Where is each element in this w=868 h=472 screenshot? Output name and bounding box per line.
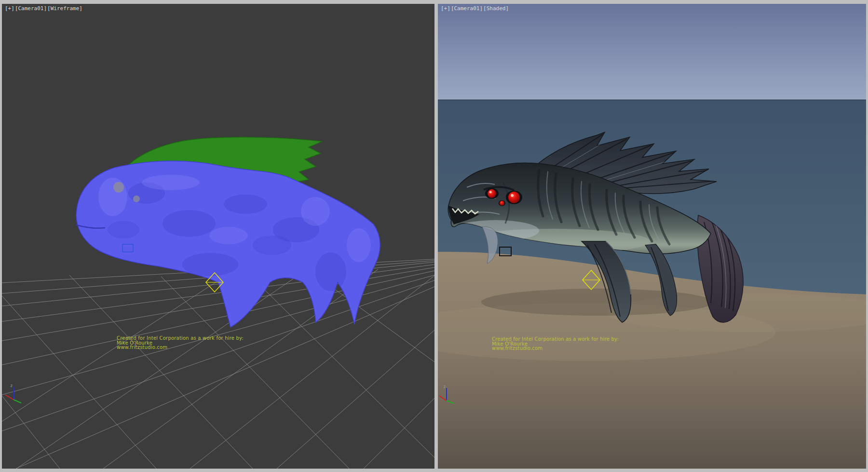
fish-eye-spot-large xyxy=(113,182,124,193)
axis-z-label-left: z xyxy=(10,383,13,388)
sky xyxy=(438,4,866,100)
fish-eye-small xyxy=(500,201,504,206)
axis-z-label-right: z xyxy=(443,384,446,389)
viewport-menu-shading-right[interactable]: [Shaded] xyxy=(483,5,509,12)
viewport-label-right: [+][Camera01][Shaded] xyxy=(441,5,509,12)
viewport-menu-general-right[interactable]: [+] xyxy=(441,5,450,12)
fish-shadow xyxy=(481,289,713,316)
viewport-left: [+][Camera01][Wireframe] xyxy=(2,4,434,469)
fish-eye-right xyxy=(508,192,520,203)
scene-watermark-right: Created for Intel Corporation as a work … xyxy=(492,337,619,351)
viewport-menu-shading-left[interactable]: [Wireframe] xyxy=(47,5,82,12)
fish-eye-left xyxy=(488,189,496,198)
viewport-frame: [+][Camera01][Wireframe] xyxy=(0,0,868,472)
watermark-line3: www.fritzstudio.com xyxy=(492,346,619,351)
viewport-label-left: [+][Camera01][Wireframe] xyxy=(5,5,83,12)
viewport-canvas-left[interactable]: z xyxy=(2,4,434,469)
scene-watermark-left: Created for Intel Corporation as a work … xyxy=(117,336,244,350)
viewport-menu-pov-left[interactable]: [Camera01] xyxy=(15,5,47,12)
viewport-splitter[interactable] xyxy=(434,4,438,469)
viewport-right: [+][Camera01][Shaded] xyxy=(438,4,866,469)
fish-eye-spot-small xyxy=(133,195,140,202)
viewport-menu-general-left[interactable]: [+] xyxy=(5,5,14,12)
viewport-menu-pov-right[interactable]: [Camera01] xyxy=(451,5,483,12)
watermark-line3: www.fritzstudio.com xyxy=(117,345,244,350)
viewport-canvas-right[interactable]: z xyxy=(438,4,866,469)
